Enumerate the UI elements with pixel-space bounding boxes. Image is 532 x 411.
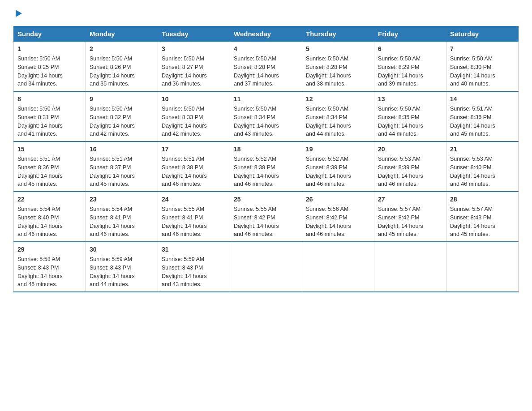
day-cell: 8Sunrise: 5:50 AMSunset: 8:31 PMDaylight… <box>14 91 86 141</box>
day-number: 22 <box>17 195 82 204</box>
sunset-text: Sunset: 8:32 PM <box>90 114 131 120</box>
week-row: 15Sunrise: 5:51 AMSunset: 8:36 PMDayligh… <box>14 141 519 192</box>
daylight-text: Daylight: 14 hours <box>162 73 207 79</box>
daylight-minutes-text: and 46 minutes. <box>306 181 346 187</box>
daylight-minutes-text: and 40 minutes. <box>450 81 490 87</box>
sunset-text: Sunset: 8:38 PM <box>234 164 275 171</box>
header-row: SundayMondayTuesdayWednesdayThursdayFrid… <box>14 26 519 42</box>
sunset-text: Sunset: 8:35 PM <box>378 114 419 120</box>
sunrise-text: Sunrise: 5:50 AM <box>378 106 420 112</box>
day-number: 2 <box>90 44 154 54</box>
sunrise-text: Sunrise: 5:54 AM <box>17 206 60 212</box>
day-cell: 10Sunrise: 5:50 AMSunset: 8:33 PMDayligh… <box>158 91 230 141</box>
header-cell: Sunday <box>14 26 86 42</box>
daylight-minutes-text: and 43 minutes. <box>162 281 202 287</box>
daylight-minutes-text: and 46 minutes. <box>162 181 202 187</box>
sunrise-text: Sunrise: 5:58 AM <box>17 256 60 262</box>
daylight-text: Daylight: 14 hours <box>90 123 135 129</box>
day-number: 20 <box>378 145 442 154</box>
daylight-text: Daylight: 14 hours <box>450 73 495 79</box>
daylight-minutes-text: and 45 minutes. <box>450 131 490 137</box>
sunrise-text: Sunrise: 5:50 AM <box>162 56 204 62</box>
day-cell <box>374 242 446 292</box>
sunset-text: Sunset: 8:43 PM <box>90 265 131 271</box>
sunrise-text: Sunrise: 5:55 AM <box>234 206 276 212</box>
daylight-minutes-text: and 45 minutes. <box>450 231 490 237</box>
daylight-minutes-text: and 45 minutes. <box>17 181 57 187</box>
sunset-text: Sunset: 8:28 PM <box>306 64 347 70</box>
sunrise-text: Sunrise: 5:50 AM <box>17 106 60 112</box>
header-cell: Thursday <box>302 26 374 42</box>
daylight-text: Daylight: 14 hours <box>234 223 279 229</box>
day-cell <box>230 242 302 292</box>
day-cell: 7Sunrise: 5:50 AMSunset: 8:30 PMDaylight… <box>446 42 519 92</box>
day-cell: 13Sunrise: 5:50 AMSunset: 8:35 PMDayligh… <box>374 91 446 141</box>
daylight-text: Daylight: 14 hours <box>234 173 279 179</box>
daylight-minutes-text: and 42 minutes. <box>162 131 202 137</box>
sunrise-text: Sunrise: 5:59 AM <box>162 256 204 262</box>
day-number: 23 <box>90 195 154 204</box>
day-cell: 6Sunrise: 5:50 AMSunset: 8:29 PMDaylight… <box>374 42 446 92</box>
day-number: 19 <box>306 145 370 154</box>
day-number: 26 <box>306 195 370 204</box>
day-number: 30 <box>90 245 154 254</box>
day-cell: 17Sunrise: 5:51 AMSunset: 8:38 PMDayligh… <box>158 141 230 192</box>
day-cell: 4Sunrise: 5:50 AMSunset: 8:28 PMDaylight… <box>230 42 302 92</box>
sunrise-text: Sunrise: 5:50 AM <box>234 56 276 62</box>
day-cell: 21Sunrise: 5:53 AMSunset: 8:40 PMDayligh… <box>446 141 519 192</box>
sunset-text: Sunset: 8:40 PM <box>450 164 491 171</box>
day-cell: 12Sunrise: 5:50 AMSunset: 8:34 PMDayligh… <box>302 91 374 141</box>
daylight-text: Daylight: 14 hours <box>162 223 207 229</box>
day-cell: 24Sunrise: 5:55 AMSunset: 8:41 PMDayligh… <box>158 192 230 242</box>
page-header <box>13 9 519 19</box>
sunset-text: Sunset: 8:42 PM <box>378 214 419 221</box>
sunset-text: Sunset: 8:28 PM <box>234 64 275 70</box>
daylight-text: Daylight: 14 hours <box>306 173 351 179</box>
logo <box>13 9 24 19</box>
daylight-minutes-text: and 45 minutes. <box>90 181 129 187</box>
day-number: 5 <box>306 44 370 54</box>
sunrise-text: Sunrise: 5:52 AM <box>234 156 276 162</box>
daylight-minutes-text: and 38 minutes. <box>306 81 346 87</box>
day-number: 9 <box>90 94 154 104</box>
sunset-text: Sunset: 8:40 PM <box>17 214 59 221</box>
sunrise-text: Sunrise: 5:50 AM <box>378 56 420 62</box>
sunset-text: Sunset: 8:39 PM <box>378 164 419 171</box>
daylight-minutes-text: and 46 minutes. <box>234 231 274 237</box>
daylight-text: Daylight: 14 hours <box>90 73 135 79</box>
daylight-minutes-text: and 45 minutes. <box>17 281 57 287</box>
daylight-text: Daylight: 14 hours <box>17 73 63 79</box>
sunset-text: Sunset: 8:42 PM <box>234 214 275 221</box>
sunrise-text: Sunrise: 5:55 AM <box>162 206 204 212</box>
day-cell: 2Sunrise: 5:50 AMSunset: 8:26 PMDaylight… <box>86 42 158 92</box>
sunset-text: Sunset: 8:34 PM <box>234 114 275 120</box>
day-number: 4 <box>234 44 298 54</box>
header-cell: Tuesday <box>158 26 230 42</box>
daylight-minutes-text: and 35 minutes. <box>90 81 129 87</box>
sunset-text: Sunset: 8:36 PM <box>450 114 491 120</box>
svg-marker-0 <box>16 10 22 17</box>
daylight-minutes-text: and 46 minutes. <box>378 181 418 187</box>
day-number: 16 <box>90 145 154 154</box>
sunrise-text: Sunrise: 5:50 AM <box>90 106 132 112</box>
sunrise-text: Sunrise: 5:52 AM <box>306 156 348 162</box>
daylight-minutes-text: and 46 minutes. <box>17 231 57 237</box>
day-cell: 9Sunrise: 5:50 AMSunset: 8:32 PMDaylight… <box>86 91 158 141</box>
day-number: 8 <box>17 94 82 104</box>
sunrise-text: Sunrise: 5:50 AM <box>17 56 60 62</box>
day-cell: 22Sunrise: 5:54 AMSunset: 8:40 PMDayligh… <box>14 192 86 242</box>
day-number: 17 <box>162 145 226 154</box>
daylight-text: Daylight: 14 hours <box>378 173 423 179</box>
daylight-text: Daylight: 14 hours <box>90 223 135 229</box>
daylight-minutes-text: and 44 minutes. <box>90 281 129 287</box>
day-number: 27 <box>378 195 442 204</box>
logo-text <box>13 9 24 19</box>
daylight-text: Daylight: 14 hours <box>90 173 135 179</box>
daylight-text: Daylight: 14 hours <box>450 223 495 229</box>
day-cell: 11Sunrise: 5:50 AMSunset: 8:34 PMDayligh… <box>230 91 302 141</box>
week-row: 29Sunrise: 5:58 AMSunset: 8:43 PMDayligh… <box>14 242 519 292</box>
day-number: 7 <box>450 44 515 54</box>
day-number: 12 <box>306 94 370 104</box>
sunrise-text: Sunrise: 5:51 AM <box>162 156 204 162</box>
daylight-text: Daylight: 14 hours <box>378 123 423 129</box>
